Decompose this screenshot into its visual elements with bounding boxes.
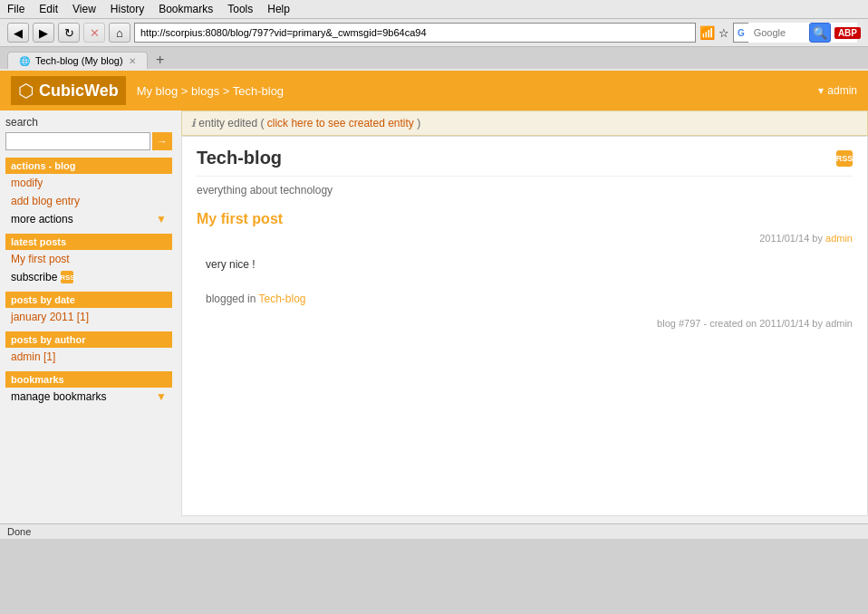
tab-favicon: 🌐 — [19, 56, 30, 66]
search-engine-selector[interactable]: G — [733, 23, 805, 43]
search-section: search → — [5, 116, 172, 150]
search-go-icon: 🔍 — [813, 26, 827, 40]
menu-history[interactable]: History — [111, 3, 144, 15]
sidebar-modify[interactable]: modify — [5, 174, 172, 192]
header-left: ⬡ CubicWeb My blog > blogs > Tech-blog — [11, 76, 284, 105]
forward-icon: ▶ — [39, 26, 48, 40]
app-header: ⬡ CubicWeb My blog > blogs > Tech-blog ▾… — [0, 71, 868, 110]
reload-icon: ↻ — [64, 26, 74, 40]
latest-posts-section: latest posts My first post subscribe RSS — [5, 234, 172, 286]
star-icon: ☆ — [719, 26, 729, 40]
menu-view[interactable]: View — [72, 3, 96, 15]
notification-text: entity edited ( — [198, 117, 264, 130]
breadcrumb-techblog: Tech-blog — [233, 84, 284, 98]
menu-file[interactable]: File — [7, 3, 24, 15]
post-author-link[interactable]: admin — [825, 233, 853, 244]
home-button[interactable]: ⌂ — [109, 23, 130, 43]
admin-dropdown-arrow: ▾ — [818, 84, 824, 97]
post-blogged-link[interactable]: Tech-blog — [259, 293, 306, 305]
search-go-button[interactable]: 🔍 — [809, 23, 831, 43]
admin-label: admin — [827, 84, 857, 97]
sidebar-more-actions[interactable]: more actions ▼ — [5, 210, 172, 228]
adblock-badge[interactable]: ABP — [834, 27, 861, 39]
post-title[interactable]: My first post — [197, 211, 853, 227]
browser-menu: File Edit View History Bookmarks Tools H… — [0, 0, 868, 19]
browser-toolbar: ◀ ▶ ↻ ✕ ⌂ 📶 ☆ G 🔍 ABP — [0, 19, 868, 47]
sidebar: search → actions - blog modify add blog … — [0, 110, 178, 523]
actions-blog-header: actions - blog — [5, 158, 172, 174]
notification-text-end: ) — [417, 117, 420, 130]
actions-blog-section: actions - blog modify add blog entry mor… — [5, 158, 172, 228]
breadcrumb-sep1: > — [181, 84, 191, 98]
logo-icon: ⬡ — [18, 80, 34, 101]
active-tab[interactable]: 🌐 Tech-blog (My blog) ✕ — [7, 52, 148, 69]
sidebar-add-blog-entry[interactable]: add blog entry — [5, 192, 172, 210]
browser-tabs: 🌐 Tech-blog (My blog) ✕ + — [0, 47, 868, 71]
status-bar: Done — [0, 523, 868, 539]
stop-icon: ✕ — [90, 26, 100, 40]
blog-title-row: Tech-blog RSS — [197, 148, 853, 177]
breadcrumb-sep2: > — [223, 84, 233, 98]
notification-bar: ℹ entity edited ( click here to see crea… — [181, 110, 868, 136]
home-icon: ⌂ — [116, 26, 123, 40]
sidebar-search-input[interactable] — [5, 132, 150, 150]
back-button[interactable]: ◀ — [7, 23, 29, 43]
menu-tools[interactable]: Tools — [227, 3, 253, 15]
sidebar-manage-bookmarks[interactable]: manage bookmarks ▼ — [5, 388, 172, 406]
post-blogged-label: blogged in — [206, 293, 256, 305]
post-by: by — [812, 233, 825, 244]
posts-by-date-section: posts by date january 2011 [1] — [5, 292, 172, 326]
sidebar-first-post[interactable]: My first post — [5, 250, 172, 268]
notification-icon: ℹ — [191, 117, 196, 130]
rss-feed-icon: 📶 — [699, 25, 715, 40]
forward-button[interactable]: ▶ — [33, 23, 54, 43]
menu-bookmarks[interactable]: Bookmarks — [159, 3, 213, 15]
tab-close-icon[interactable]: ✕ — [129, 56, 136, 66]
posts-by-author-section: posts by author admin [1] — [5, 331, 172, 366]
admin-menu[interactable]: ▾ admin — [818, 84, 857, 97]
logo-text: CubicWeb — [39, 82, 119, 101]
status-text: Done — [7, 526, 31, 537]
blog-rss-icon[interactable]: RSS — [836, 150, 853, 167]
content-footer: blog #797 - created on 2011/01/14 by adm… — [197, 318, 853, 329]
tab-title: Tech-blog (My blog) — [35, 55, 123, 66]
url-bar[interactable] — [134, 23, 696, 43]
breadcrumb-myblog[interactable]: My blog — [137, 84, 178, 98]
menu-edit[interactable]: Edit — [39, 3, 58, 15]
sidebar-admin-author[interactable]: admin [1] — [5, 348, 172, 366]
post-date: 2011/01/14 — [759, 233, 809, 244]
post-meta: 2011/01/14 by admin — [197, 233, 853, 244]
stop-button[interactable]: ✕ — [83, 23, 105, 43]
breadcrumb: My blog > blogs > Tech-blog — [137, 84, 284, 98]
more-actions-label: more actions — [11, 213, 73, 225]
subscribe-label: subscribe — [11, 271, 57, 283]
sidebar-subscribe[interactable]: subscribe RSS — [5, 268, 172, 286]
post-blogged: blogged in Tech-blog — [197, 287, 853, 311]
rss-text: RSS — [836, 154, 854, 163]
search-input-row: → — [5, 132, 172, 150]
bookmarks-header: bookmarks — [5, 371, 172, 388]
new-tab-button[interactable]: + — [151, 51, 169, 69]
notification-link[interactable]: click here to see created entity — [267, 117, 414, 130]
blog-title: Tech-blog — [197, 148, 282, 168]
more-actions-arrow[interactable]: ▼ — [156, 213, 167, 225]
app-body: search → actions - blog modify add blog … — [0, 110, 868, 523]
sidebar-search-go[interactable]: → — [152, 132, 172, 150]
posts-by-author-header: posts by author — [5, 331, 172, 348]
subscribe-rss-icon: RSS — [61, 271, 73, 283]
app-container: ⬡ CubicWeb My blog > blogs > Tech-blog ▾… — [0, 71, 868, 523]
sidebar-january-2011[interactable]: january 2011 [1] — [5, 308, 172, 326]
main-content: ℹ entity edited ( click here to see crea… — [178, 110, 868, 523]
back-icon: ◀ — [14, 26, 23, 40]
google-logo: G — [738, 28, 745, 38]
post-body: very nice ! — [197, 253, 853, 276]
logo[interactable]: ⬡ CubicWeb — [11, 76, 126, 105]
bookmarks-section: bookmarks manage bookmarks ▼ — [5, 371, 172, 406]
content-area: Tech-blog RSS everything about technolog… — [181, 136, 868, 516]
reload-button[interactable]: ↻ — [58, 23, 80, 43]
bookmarks-arrow[interactable]: ▼ — [156, 390, 167, 403]
blog-description: everything about technology — [197, 184, 853, 197]
menu-help[interactable]: Help — [267, 3, 290, 15]
latest-posts-header: latest posts — [5, 234, 172, 250]
breadcrumb-blogs[interactable]: blogs — [191, 84, 219, 98]
